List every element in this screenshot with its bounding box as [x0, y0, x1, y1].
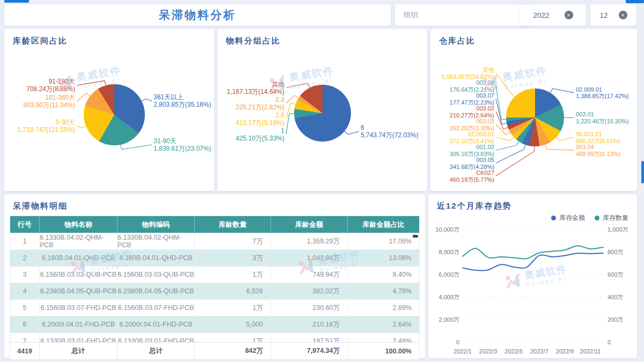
month-filter[interactable]: 12 ×: [590, 4, 636, 26]
table-row[interactable]: 76.1330B.03.01-FHD-PCB6.1330B.03.01-FHD-…: [10, 333, 419, 342]
group-pie-disc[interactable]: [294, 85, 351, 142]
svg-text:10,000万: 10,000万: [435, 226, 459, 233]
svg-text:2022/3: 2022/3: [479, 348, 497, 354]
watermark-brand: 奥威软件: [501, 64, 548, 85]
table-header-cell: 物料名称: [40, 216, 118, 233]
table-total-cell: 总计: [118, 343, 195, 359]
warehouse-pie-disc[interactable]: [506, 88, 564, 146]
legend-item[interactable]: 库存数量: [595, 213, 628, 223]
age-pie-card: 库龄区间占比 91-180天708.24万(8.88%)181-360天903.…: [4, 29, 214, 191]
table-scrollbar-thumb[interactable]: [413, 235, 418, 238]
table-row[interactable]: 56.1560B.03.07-FHD-PCB6.1560B.03.07-FHD-…: [10, 300, 419, 316]
svg-text:0: 0: [608, 339, 611, 345]
pie-slice-label: 003.08176.64万(2.21%): [450, 79, 494, 93]
table-cell: 3万: [195, 250, 271, 267]
table-header-row: 行号物料名称物料编码库龄数量库龄金额库龄金额占比: [10, 216, 419, 233]
top-left-accent-bar: [4, 0, 29, 3]
table-cell: 6.2000I.04.01-FHD-PCB: [40, 316, 118, 333]
warehouse-pie-title: 仓库占比: [430, 29, 637, 46]
pie-slice-label: 31-90天1,839.61万(23.07%): [153, 137, 211, 152]
group-pie-title: 物料分组占比: [217, 29, 427, 46]
table-cell: 4.79%: [348, 283, 419, 300]
table-cell: 2.89%: [348, 300, 419, 316]
table-cell: 6.160B.04.01-QHD-PCB: [40, 250, 118, 267]
detail-table: 行号物料名称物料编码库龄数量库龄金额库龄金额占比 16.1330B.04.02-…: [10, 216, 420, 360]
table-cell: 6.1330B.03.01-FHD-PCB: [40, 333, 118, 342]
watermark-brand: 奥威软件: [288, 64, 335, 85]
age-pie-disc[interactable]: [84, 84, 145, 145]
table-cell: 1万: [195, 300, 271, 316]
watermark-sub: Ourway·BI: [503, 77, 549, 90]
svg-text:800万: 800万: [608, 249, 623, 255]
org-filter[interactable]: 组织: [395, 4, 533, 26]
group-pie-chart: 其他1,167.13万(14.64%)2.3225.21万(2.82%)2.64…: [217, 46, 427, 184]
year-filter-value: 2022: [533, 11, 549, 19]
svg-text:2022/11: 2022/11: [580, 348, 601, 354]
svg-text:2022/5: 2022/5: [504, 348, 523, 354]
svg-text:2022/1: 2022/1: [453, 348, 472, 354]
table-cell: 6.1560B.03.03-QUB-PCB: [40, 267, 118, 283]
year-filter[interactable]: 2022 ×: [520, 4, 586, 26]
table-cell: 2: [10, 250, 40, 267]
table-cell: 6.1560B.03.03-QUB-PCB: [118, 267, 195, 283]
table-cell: 230.60万: [271, 300, 348, 316]
table-header-cell: 物料编码: [118, 216, 195, 233]
detail-table-card: 呆滞物料明细 行号物料名称物料编码库龄数量库龄金额库龄金额占比 16.1330B…: [4, 194, 425, 358]
table-header-cell: 库龄数量: [195, 216, 271, 233]
table-cell: 382.02万: [271, 283, 348, 300]
watermark-brand: 奥威软件: [75, 64, 122, 85]
page-title-card: 呆滞物料分析: [4, 4, 391, 26]
legend-label: 库存金额: [559, 213, 585, 223]
page-scrollbar-thumb[interactable]: [641, 161, 644, 183]
trend-plot: 002,000万200万4,000万400万6,000万600万8,000万80…: [429, 222, 636, 357]
svg-text:2022/7: 2022/7: [530, 348, 548, 354]
pie-slice-label: 1425.10万(5.33%): [236, 127, 284, 142]
month-filter-value: 12: [599, 11, 608, 19]
table-total-row: 4419总计总计842万7,974.34万100.00%: [10, 342, 419, 359]
svg-text:2,000万: 2,000万: [438, 316, 459, 323]
svg-text:1,000万: 1,000万: [608, 226, 628, 233]
table-cell: 6.2000I.04.01-FHD-PCB: [118, 316, 195, 333]
table-cell: 9.40%: [348, 267, 419, 283]
svg-text:200万: 200万: [608, 316, 623, 323]
table-cell: 6.2380B.04.05-QUB-PCB: [118, 283, 195, 300]
table-cell: 210.18万: [271, 316, 348, 333]
pie-slice-label: 02.003.01272.10万(3.41%): [450, 131, 494, 144]
table-row[interactable]: 26.160B.04.01-QHD-PCB6.160B.04.01-QHD-PC…: [10, 250, 419, 267]
legend-dot-icon: [595, 216, 599, 220]
warehouse-pie-card: 仓库占比 其他1,983.06万(24.87%)003.08176.64万(2.…: [430, 29, 637, 191]
legend-item[interactable]: 库存金额: [551, 213, 585, 223]
table-row[interactable]: 46.2380B.04.05-QUB-PCB6.2380B.04.05-QUB-…: [10, 283, 419, 300]
table-cell: 4: [10, 283, 40, 300]
page-title: 呆滞物料分析: [159, 8, 236, 23]
year-clear-icon[interactable]: ×: [565, 11, 573, 19]
warehouse-pie-chart: 其他1,983.06万(24.87%)003.08176.64万(2.21%)0…: [430, 46, 637, 184]
trend-legend: 库存金额库存数量: [551, 213, 628, 223]
legend-label: 库存数量: [603, 213, 628, 223]
age-pie-chart: 91-180天708.24万(8.88%)181-360天903.90万(11.…: [4, 46, 214, 184]
table-row[interactable]: 16.1330B.04.02-QHM-PCB6.1330B.04.02-QHM-…: [10, 233, 419, 250]
age-pie-title: 库龄区间占比: [4, 29, 214, 46]
pie-slice-label: 003.04488.99万(6.13%): [576, 144, 620, 157]
table-header-cell: 库龄金额: [271, 216, 348, 233]
pie-slice-label: 其他1,983.06万(24.87%): [442, 67, 494, 80]
pie-slice-label: CK027460.19万(5.77%): [450, 169, 494, 183]
table-header-cell: 库龄金额占比: [348, 216, 419, 233]
table-row[interactable]: 66.2000I.04.01-FHD-PCB6.2000I.04.01-FHD-…: [10, 316, 419, 333]
pie-slice-label: 其他1,167.13万(14.64%): [227, 80, 284, 95]
pie-slice-label: 003.011,220.46万(15.30%): [576, 111, 628, 124]
org-filter-placeholder: 组织: [404, 10, 418, 20]
month-clear-icon[interactable]: ×: [619, 11, 627, 19]
table-cell: 7: [10, 333, 40, 342]
table-total-cell: 842万: [195, 343, 271, 359]
table-row[interactable]: 36.1560B.03.03-QUB-PCB6.1560B.03.03-QUB-…: [10, 267, 419, 283]
table-cell: 1: [10, 233, 40, 250]
table-cell: 17.05%: [348, 233, 419, 250]
table-cell: 1,042.84万: [271, 250, 348, 267]
table-cell: 197.51万: [271, 333, 348, 342]
pie-slice-label: 361天以上2,803.85万(35.16%): [153, 93, 211, 108]
trend-card: 近12个月库存趋势 库存金额库存数量 002,000万200万4,000万400…: [428, 194, 637, 358]
table-cell: 6: [10, 316, 40, 333]
pie-slice-label: 181-360天903.90万(11.34%): [23, 94, 75, 109]
pie-slice-label: 02.009.011,388.85万(17.42%): [576, 86, 628, 99]
